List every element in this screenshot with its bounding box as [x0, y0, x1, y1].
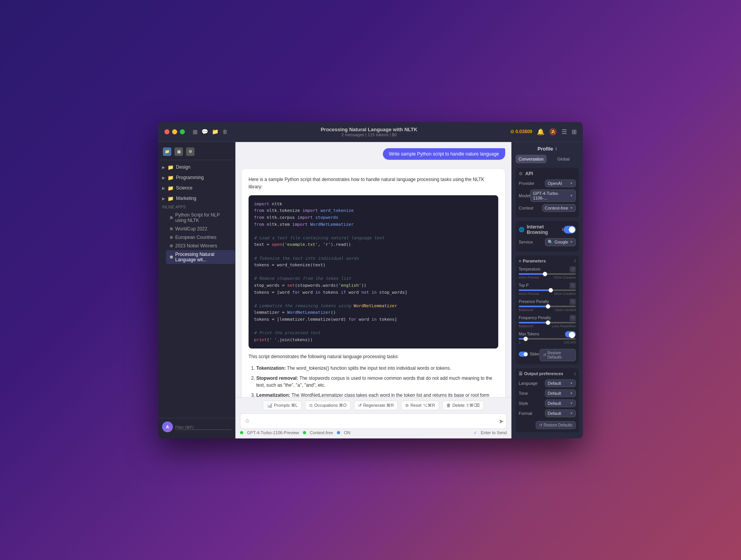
model-select[interactable]: GPT-4-Turbo-1106-... ▼ — [530, 189, 576, 202]
provider-select[interactable]: OpenAI ▼ — [545, 179, 576, 187]
context-select[interactable]: Context-free ▼ — [542, 204, 576, 212]
temperature-label-row: Temperature ↺ — [519, 266, 576, 272]
folder-icon[interactable]: 📁 — [212, 129, 218, 135]
presence-toggle[interactable]: ↻ — [570, 299, 576, 305]
tab-global[interactable]: Global — [548, 155, 579, 163]
right-panel: Profile ℹ Conversation Global ⚙ API Prov… — [511, 142, 583, 438]
assistant-intro: Here is a sample Python script that demo… — [249, 176, 498, 191]
context-label: Context-free — [310, 430, 333, 435]
reset-icon: ⊘ — [405, 403, 409, 408]
chat-icon[interactable]: 💬 — [201, 129, 208, 135]
prompts-button[interactable]: 📊 Prompts ⌘L — [263, 401, 302, 410]
menu-icon[interactable]: ☰ — [562, 128, 567, 135]
api-section-header: ⚙ API — [519, 171, 576, 176]
assistant-message: Here is a sample Python script that demo… — [242, 169, 505, 397]
task-item: Lemmatization: The WordNetLemmatizer cla… — [256, 392, 498, 397]
topp-track[interactable] — [519, 289, 576, 291]
max-tokens-track[interactable] — [519, 338, 576, 340]
chat-messages[interactable]: Here is a sample Python script that demo… — [235, 142, 511, 397]
topp-thumb[interactable] — [548, 288, 553, 293]
api-icon: ⚙ — [519, 171, 523, 176]
item-dot — [170, 244, 173, 247]
service-select[interactable]: 🔍 Google ▼ — [545, 238, 576, 246]
reset-button[interactable]: ⊘ Reset ⌥⌘R — [401, 401, 439, 410]
frequency-track[interactable] — [519, 322, 576, 323]
output-info-icon[interactable]: ℹ — [574, 372, 576, 376]
alert-icon[interactable]: 🔕 — [549, 128, 557, 135]
bell-icon[interactable]: 🔔 — [537, 128, 545, 135]
presence-high: Open-minded — [555, 308, 576, 312]
style-select[interactable]: Default ▼ — [545, 399, 576, 407]
temperature-track[interactable] — [519, 273, 576, 275]
language-row: Language Default ▼ — [519, 379, 576, 387]
traffic-lights — [164, 129, 185, 134]
sidebar-item-processing-nl[interactable]: Processing Natural Language wit... — [166, 250, 235, 264]
toolbar-icons: ▦ 💬 📁 🗑 — [193, 129, 228, 135]
temperature-ends: More Precise More Creative — [519, 276, 576, 279]
minimize-button[interactable] — [172, 129, 177, 134]
user-message-bubble: Write sample Python script to handle nat… — [383, 148, 505, 160]
regenerate-button[interactable]: ↺ Regenerate ⌘R — [354, 401, 398, 410]
chevron-right-icon: ▶ — [162, 165, 165, 169]
send-button[interactable]: ➤ — [499, 417, 504, 425]
temperature-toggle[interactable]: ↺ — [570, 266, 576, 272]
output-restore-defaults-button[interactable]: ↺ Restore Defaults — [536, 421, 576, 429]
internet-label: Internet Browsing — [527, 224, 560, 235]
task-description: This script demonstrates the following n… — [249, 353, 498, 360]
topp-toggle[interactable]: ↻ — [570, 283, 576, 289]
item-dot — [170, 255, 173, 259]
delete-button[interactable]: 🗑 Delete ⇧⌘⌫ — [442, 401, 484, 410]
folder-blue-icon[interactable]: 📁 — [163, 147, 171, 156]
param-info-icon[interactable]: ℹ — [574, 259, 576, 263]
tone-select[interactable]: Default ▼ — [545, 389, 576, 397]
close-button[interactable] — [164, 129, 169, 134]
output-pref-title: ☰ Output preferences — [519, 371, 563, 376]
maximize-button[interactable] — [180, 129, 185, 134]
temperature-label: Temperature — [519, 267, 540, 271]
trash-icon[interactable]: 🗑 — [222, 129, 228, 135]
internet-header: 🌐 Internet Browsing ℹ — [519, 224, 563, 235]
frequency-toggle[interactable]: ↻ — [570, 315, 576, 321]
language-select[interactable]: Default ▼ — [545, 379, 576, 387]
slider-toggle[interactable] — [519, 352, 528, 357]
frequency-thumb[interactable] — [546, 320, 550, 325]
settings-icon[interactable]: ⚙ — [186, 147, 195, 156]
presence-track[interactable] — [519, 306, 576, 307]
topp-slider: Top P ↻ More Precise More Creative — [519, 283, 576, 296]
sidebar-item-nobel[interactable]: 2023 Nobel Winners — [166, 242, 235, 250]
sidebar-item-python-nlp[interactable]: Python Script for NLP using NLTK — [166, 211, 235, 225]
folder-design[interactable]: ▶ 📁 Design — [158, 162, 235, 172]
grid-icon[interactable]: ▦ — [174, 147, 183, 156]
split-icon[interactable]: ⊞ — [572, 128, 577, 135]
chevron-right-icon: ▶ — [162, 196, 165, 201]
max-tokens-thumb[interactable] — [523, 337, 528, 341]
sidebar-item-european-countries[interactable]: European Countries — [166, 233, 235, 242]
cost-badge: ⊙ 0.03809 — [510, 129, 532, 134]
chevron-down-icon: ▼ — [570, 381, 573, 385]
title-bar-right: ⊙ 0.03809 🔔 🔕 ☰ ⊞ — [510, 128, 577, 135]
tab-conversation[interactable]: Conversation — [516, 155, 546, 163]
temperature-thumb[interactable] — [543, 272, 547, 276]
folder-programming[interactable]: ▶ 📁 Programming — [158, 173, 235, 183]
chevron-right-icon: ▶ — [162, 176, 165, 180]
folder-science[interactable]: ▶ 📁 Science — [158, 183, 235, 193]
folder-marketing[interactable]: ▶ 📁 Marketing — [158, 194, 235, 203]
format-select[interactable]: Default ▼ — [545, 409, 576, 417]
max-tokens-toggle[interactable] — [565, 331, 576, 337]
occupations-button[interactable]: ⊙ Occupations ⌘O — [305, 401, 351, 410]
presence-thumb[interactable] — [546, 304, 550, 309]
internet-toggle[interactable] — [563, 226, 576, 233]
restore-defaults-button[interactable]: ↺ Restore Defaults — [540, 349, 576, 361]
sidebar-item-worldcup[interactable]: WorldCup 2022 — [166, 225, 235, 233]
chat-input[interactable]: ⊙ — [240, 413, 507, 429]
sidebar-icon[interactable]: ▦ — [193, 129, 198, 135]
input-container: ⊙ ➤ — [240, 413, 507, 429]
api-section: ⚙ API Provider OpenAI ▼ Model GPT-4-Turb… — [516, 168, 579, 217]
output-icon: ☰ — [519, 371, 523, 376]
output-pref-header: ☰ Output preferences ℹ — [519, 371, 576, 376]
frequency-high: Less Repetition — [552, 324, 576, 328]
presence-label: Presence Penalty — [519, 299, 549, 304]
format-row: Format Default ▼ — [519, 409, 576, 417]
filter-input[interactable] — [175, 425, 231, 430]
format-label: Format — [519, 411, 532, 416]
